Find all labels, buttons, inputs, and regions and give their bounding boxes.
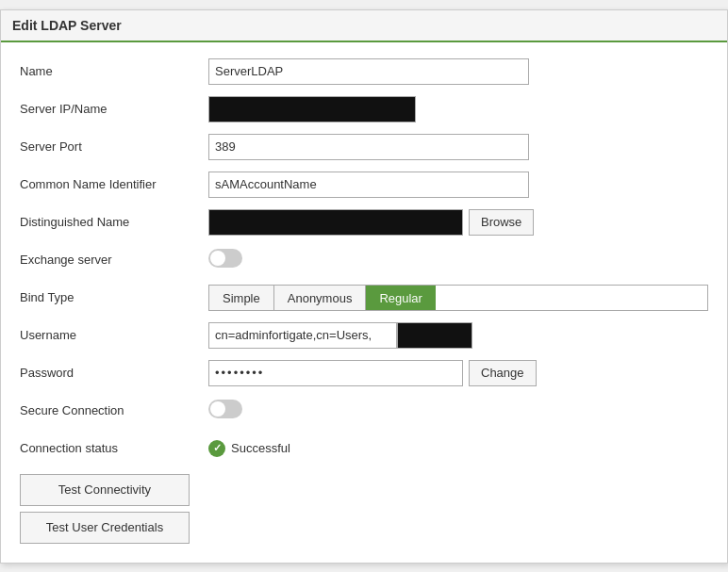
server-port-row: Server Port: [20, 133, 708, 161]
cn-identifier-control: [208, 172, 708, 198]
server-ip-label: Server IP/Name: [20, 102, 208, 116]
bind-type-group: Simple Anonymous Regular: [208, 285, 708, 311]
bind-type-control: Simple Anonymous Regular: [208, 285, 708, 311]
username-control: [208, 322, 708, 349]
distinguished-name-label: Distinguished Name: [20, 215, 208, 229]
username-label: Username: [20, 328, 208, 342]
username-input-row: [208, 322, 708, 349]
bind-type-label: Bind Type: [20, 290, 208, 304]
username-redacted: [397, 322, 472, 349]
dn-input-row: Browse: [208, 209, 708, 236]
distinguished-name-input[interactable]: [208, 209, 463, 236]
window-title: Edit LDAP Server: [1, 10, 727, 42]
name-input[interactable]: [208, 58, 529, 85]
name-row: Name: [20, 57, 708, 86]
form-body: Name Server IP/Name Server Port Common N…: [1, 42, 727, 563]
connection-status-label: Connection status: [20, 441, 208, 455]
connection-status-row: Connection status ✓ Successful: [20, 434, 708, 463]
secure-toggle-slider: [208, 400, 242, 418]
username-input[interactable]: [208, 322, 397, 349]
connection-status-control: ✓ Successful: [208, 440, 708, 457]
username-row: Username: [20, 321, 708, 350]
cn-identifier-label: Common Name Identifier: [20, 177, 208, 191]
name-label: Name: [20, 64, 208, 78]
toggle-slider: [208, 249, 242, 268]
password-input-row: Change: [208, 360, 708, 386]
status-checkmark-icon: ✓: [208, 440, 225, 457]
server-port-input[interactable]: [208, 134, 529, 160]
test-connectivity-button[interactable]: Test Connectivity: [20, 474, 190, 506]
secure-connection-control: [208, 400, 708, 421]
cn-identifier-row: Common Name Identifier: [20, 171, 708, 199]
test-user-credentials-button[interactable]: Test User Credentials: [20, 512, 190, 544]
bind-anonymous-button[interactable]: Anonymous: [274, 286, 367, 311]
cn-identifier-input[interactable]: [208, 172, 529, 198]
server-ip-row: Server IP/Name: [20, 95, 708, 123]
name-control: [208, 58, 708, 85]
bind-type-row: Bind Type Simple Anonymous Regular: [20, 284, 708, 312]
password-label: Password: [20, 366, 208, 380]
bind-regular-button[interactable]: Regular: [366, 286, 436, 311]
exchange-server-control: [208, 249, 708, 270]
server-port-label: Server Port: [20, 139, 208, 154]
password-row: Password Change: [20, 359, 708, 387]
secure-connection-row: Secure Connection: [20, 397, 708, 425]
change-password-button[interactable]: Change: [469, 360, 537, 386]
status-success-row: ✓ Successful: [208, 440, 708, 457]
bind-simple-button[interactable]: Simple: [209, 286, 274, 311]
server-ip-control: [208, 96, 708, 123]
distinguished-name-row: Distinguished Name Browse: [20, 208, 708, 237]
exchange-server-row: Exchange server: [20, 246, 708, 274]
title-text: Edit LDAP Server: [12, 18, 122, 33]
action-buttons: Test Connectivity Test User Credentials: [20, 474, 708, 544]
secure-connection-toggle[interactable]: [208, 400, 242, 418]
connection-status-value: Successful: [231, 441, 290, 455]
exchange-server-label: Exchange server: [20, 253, 208, 267]
browse-button[interactable]: Browse: [469, 209, 534, 236]
password-control: Change: [208, 360, 708, 386]
password-input[interactable]: [208, 360, 463, 386]
server-port-control: [208, 134, 708, 160]
server-ip-input[interactable]: [208, 96, 416, 123]
distinguished-name-control: Browse: [208, 209, 708, 236]
exchange-server-toggle[interactable]: [208, 249, 242, 268]
secure-connection-label: Secure Connection: [20, 403, 208, 417]
edit-ldap-window: Edit LDAP Server Name Server IP/Name Ser…: [0, 9, 728, 564]
